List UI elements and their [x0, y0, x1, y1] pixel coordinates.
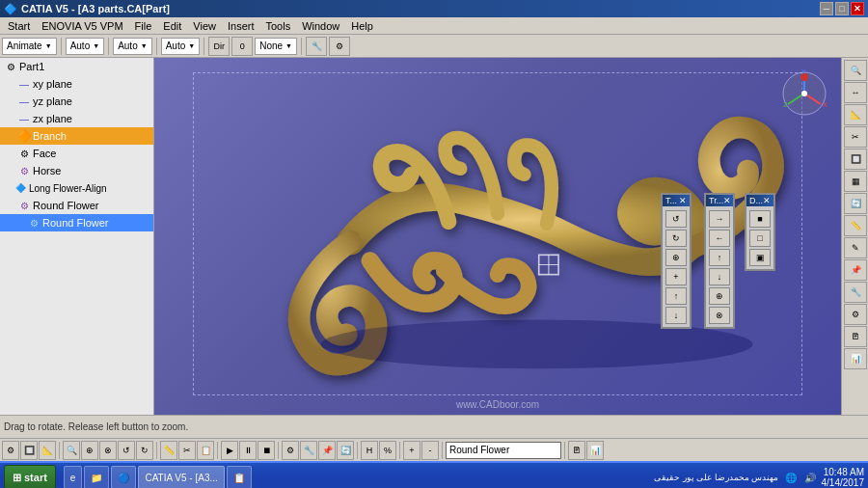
bt-btn8[interactable]: ↻ [136, 441, 153, 460]
bt-btn17[interactable]: 📌 [318, 441, 336, 460]
ft2-btn5[interactable]: ⊕ [709, 287, 730, 305]
rp-btn10[interactable]: 📌 [844, 259, 867, 281]
bt-btn5[interactable]: ⊕ [81, 441, 98, 460]
title-text: CATIA V5 - [A3 parts.CA[Part] [21, 3, 170, 14]
bt-btn23[interactable]: 🖹 [568, 441, 585, 460]
tree-round-flower-2[interactable]: ⚙ Round Flower [0, 214, 153, 231]
ft1-btn2[interactable]: ↻ [665, 230, 687, 247]
rp-btn6[interactable]: ▦ [844, 171, 867, 192]
zero-button[interactable]: 0 [231, 37, 253, 56]
bt-btn6[interactable]: ⊗ [99, 441, 117, 460]
bt-btn14[interactable]: ⏹ [258, 441, 275, 460]
rp-btn13[interactable]: 🖹 [844, 326, 867, 347]
ft1-btn1[interactable]: ↺ [665, 210, 687, 228]
rp-btn3[interactable]: 📐 [844, 104, 867, 125]
taskbar-chrome[interactable]: 🔵 [111, 466, 136, 488]
ft1-btn3[interactable]: ⊕ [665, 249, 687, 266]
rp-btn5[interactable]: 🔲 [844, 149, 867, 170]
bt-btn9[interactable]: 📏 [160, 441, 177, 460]
ft2-btn4[interactable]: ↓ [709, 268, 730, 285]
bt-btn7[interactable]: ↺ [118, 441, 135, 460]
ft1-btn6[interactable]: ↓ [665, 307, 687, 324]
taskbar-notepad[interactable]: 📋 [227, 466, 252, 488]
icon2-btn[interactable]: ⚙ [329, 37, 350, 56]
close-button[interactable]: ✕ [851, 2, 864, 15]
bt-btn18[interactable]: 🔄 [337, 441, 354, 460]
bt-btn12[interactable]: ▶ [221, 441, 238, 460]
menu-insert[interactable]: Insert [222, 19, 260, 33]
ft2-btn2[interactable]: ← [709, 230, 730, 247]
ft3-btn1[interactable]: ■ [749, 210, 771, 228]
auto-dropdown3[interactable]: Auto [161, 38, 201, 55]
menu-start[interactable]: Start [2, 19, 36, 33]
menu-file[interactable]: File [129, 19, 158, 33]
tree-branch[interactable]: 🔶 Branch [0, 127, 153, 145]
ft1-btn5[interactable]: ↑ [665, 287, 687, 305]
rp-btn2[interactable]: ↔ [844, 82, 867, 103]
bt-btn2[interactable]: 🔲 [20, 441, 38, 460]
menu-window[interactable]: Window [296, 19, 345, 33]
ft2-btn3[interactable]: ↑ [709, 249, 730, 266]
ft3-btn3[interactable]: ▣ [749, 249, 771, 266]
bt-btn19[interactable]: H [361, 441, 378, 460]
viewport[interactable]: Y X Z T...✕ ↺ ↻ ⊕ + ↑ ↓ Tr...✕ [154, 58, 841, 415]
tree-horse[interactable]: ⚙ Horse [0, 162, 153, 179]
rp-btn9[interactable]: ✎ [844, 237, 867, 258]
bt-btn3[interactable]: 📐 [39, 441, 56, 460]
float-toolbar-3: D...✕ ■ □ ▣ [745, 193, 775, 271]
tree-yz-plane[interactable]: — yz plane [0, 93, 153, 110]
menu-edit[interactable]: Edit [157, 19, 187, 33]
rp-btn8[interactable]: 📏 [844, 215, 867, 236]
none-dropdown[interactable]: None [255, 38, 297, 55]
minimize-button[interactable]: ─ [820, 2, 833, 15]
bt-btn11[interactable]: 📋 [197, 441, 214, 460]
bt-btn20[interactable]: % [379, 441, 396, 460]
auto-dropdown2[interactable]: Auto [113, 38, 152, 55]
taskbar: ⊞ start e 📁 🔵 CATIA V5 - [A3... 📋 مهندس … [0, 461, 868, 488]
tree-long-flower[interactable]: 🔷 Long Flower-Align [0, 179, 153, 197]
search-input[interactable] [446, 442, 561, 459]
taskbar-catia[interactable]: CATIA V5 - [A3... [138, 466, 224, 488]
menu-tools[interactable]: Tools [259, 19, 296, 33]
rp-btn4[interactable]: ✂ [844, 126, 867, 148]
svg-text:X: X [823, 101, 827, 108]
start-button[interactable]: ⊞ start [4, 465, 56, 488]
tree-part1[interactable]: ⚙ Part1 [0, 58, 153, 75]
menu-help[interactable]: Help [345, 19, 379, 33]
menu-view[interactable]: View [187, 19, 222, 33]
auto-dropdown1[interactable]: Auto [66, 38, 105, 55]
bt-btn24[interactable]: 📊 [586, 441, 604, 460]
rp-btn11[interactable]: 🔧 [844, 282, 867, 303]
bt-btn22[interactable]: - [421, 441, 439, 460]
tree-face[interactable]: ⚙ Face [0, 145, 153, 162]
maximize-button[interactable]: □ [835, 2, 849, 15]
bt-btn10[interactable]: ✂ [178, 441, 196, 460]
bt-btn13[interactable]: ⏸ [239, 441, 257, 460]
tree-round-flower-1[interactable]: ⚙ Round Flower [0, 197, 153, 214]
ft2-btn1[interactable]: → [709, 210, 730, 228]
rp-btn7[interactable]: 🔄 [844, 193, 867, 214]
ft1-btn4[interactable]: + [665, 268, 687, 285]
animate-dropdown[interactable]: Animate [2, 38, 57, 55]
tree-zx-plane[interactable]: — zx plane [0, 110, 153, 127]
bt-btn4[interactable]: 🔍 [63, 441, 80, 460]
bt-btn21[interactable]: + [403, 441, 420, 460]
rp-btn14[interactable]: 📊 [844, 348, 867, 369]
dir-button[interactable]: Dir [208, 37, 230, 56]
rp-btn12[interactable]: ⚙ [844, 304, 867, 325]
ft3-btn2[interactable]: □ [749, 230, 771, 247]
tree-xy-plane[interactable]: — xy plane [0, 75, 153, 93]
horse-icon: ⚙ [17, 164, 31, 177]
menu-enovia[interactable]: ENOVIA V5 VPM [36, 19, 128, 33]
taskbar-ie[interactable]: e [64, 466, 83, 488]
part1-label: Part1 [19, 61, 44, 72]
bt-btn15[interactable]: ⚙ [282, 441, 299, 460]
icon1-btn[interactable]: 🔧 [306, 37, 327, 56]
rp-btn1[interactable]: 🔍 [844, 60, 867, 81]
bt-btn1[interactable]: ⚙ [2, 441, 19, 460]
bt-btn16[interactable]: 🔧 [300, 441, 317, 460]
taskbar-folder[interactable]: 📁 [84, 466, 109, 488]
yz-plane-label: yz plane [33, 95, 72, 107]
ft2-btn6[interactable]: ⊗ [709, 307, 730, 324]
svg-point-12 [800, 73, 808, 81]
